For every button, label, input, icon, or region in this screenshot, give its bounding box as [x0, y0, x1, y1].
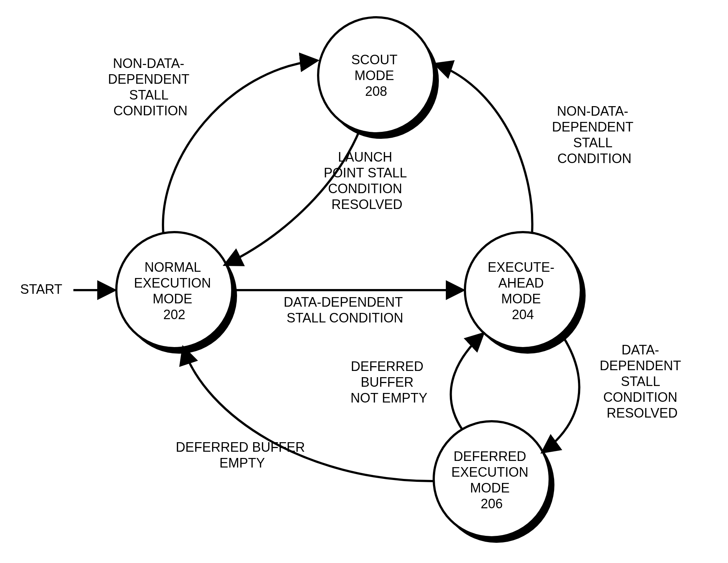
normal-mode-line2: EXECUTION [134, 275, 211, 290]
execute-to-deferred-l4: CONDITION [603, 390, 677, 405]
normal-to-scout-l4: CONDITION [113, 103, 188, 118]
deferred-to-execute-l1: DEFERRED [351, 359, 423, 374]
deferred-to-execute-l2: BUFFER [361, 375, 414, 390]
deferred-mode-line2: EXECUTION [451, 465, 528, 480]
svg-text:DEFERRED BUFFER
      EMPTY: DEFERRED BUFFER EMPTY [176, 440, 309, 470]
edge-normal-to-scout: NON-DATA- DEPENDENT STALL CONDITION [108, 56, 316, 234]
execute-mode-line4: 204 [512, 307, 534, 322]
svg-text:DATA-DEPENDENT
      STALL CON: DATA-DEPENDENT STALL CONDITION [284, 295, 406, 325]
scout-to-normal-l3: CONDITION [328, 181, 402, 196]
execute-to-deferred-l5: RESOLVED [607, 405, 677, 421]
execute-to-scout-l1: NON-DATA- [557, 104, 629, 119]
svg-text:NON-DATA-
      DEPENDENT
    : NON-DATA- DEPENDENT STALL CONDITION [108, 56, 193, 118]
normal-mode-line1: NORMAL [145, 260, 201, 275]
edge-execute-to-scout: NON-DATA- DEPENDENT STALL CONDITION [436, 64, 637, 233]
execute-to-scout-l2: DEPENDENT [552, 119, 633, 134]
svg-text:DEFERRED
      BUFFER
      NO: DEFERRED BUFFER NOT EMPTY [350, 359, 427, 405]
svg-text:LAUNCH
      POINT STALL
     : LAUNCH POINT STALL CONDITION RESOLVED [324, 149, 410, 212]
normal-to-execute-l1: DATA-DEPENDENT [284, 295, 403, 310]
deferred-to-execute-l3: NOT EMPTY [350, 390, 427, 405]
edge-normal-to-execute: DATA-DEPENDENT STALL CONDITION [233, 290, 462, 325]
edge-deferred-to-execute: DEFERRED BUFFER NOT EMPTY [350, 334, 483, 430]
execute-to-scout-l3: STALL [573, 135, 612, 150]
normal-mode-line4: 202 [163, 307, 185, 322]
deferred-mode-line3: MODE [470, 480, 510, 495]
scout-to-normal-l1: LAUNCH [338, 149, 392, 165]
start-label: START [20, 282, 62, 297]
scout-to-normal-l4: RESOLVED [331, 197, 402, 212]
execute-to-scout-l4: CONDITION [557, 151, 631, 166]
start-edge: START [20, 282, 114, 297]
execute-mode-line2: AHEAD [498, 275, 544, 290]
normal-to-scout-l2: DEPENDENT [108, 72, 189, 87]
normal-to-scout-l3: STALL [129, 87, 168, 102]
edge-execute-to-deferred: DATA- DEPENDENT STALL CONDITION RESOLVED [543, 334, 685, 452]
scout-mode-line1: SCOUT [351, 52, 397, 67]
svg-text:NON-DATA-
      DEPENDENT
    : NON-DATA- DEPENDENT STALL CONDITION [552, 104, 637, 166]
svg-text:DATA-
      DEPENDENT
      ST: DATA- DEPENDENT STALL CONDITION RESOLVED [600, 342, 684, 421]
deferred-to-normal-l2: EMPTY [219, 455, 265, 470]
execute-mode-line1: EXECUTE- [488, 260, 554, 275]
deferred-to-normal-l1: DEFERRED BUFFER [176, 440, 305, 455]
normal-to-execute-l2: STALL CONDITION [287, 310, 403, 325]
scout-mode-node: SCOUT MODE 208 [318, 17, 439, 139]
state-diagram: SCOUT MODE 208 NORMAL EXECUTION MODE 202… [0, 0, 728, 563]
deferred-execution-mode-node: DEFERRED EXECUTION MODE 206 [434, 421, 554, 543]
scout-mode-line2: MODE [354, 68, 394, 83]
execute-ahead-mode-node: EXECUTE- AHEAD MODE 204 [465, 232, 586, 354]
scout-to-normal-l2: POINT STALL [324, 165, 407, 180]
execute-mode-line3: MODE [501, 291, 541, 306]
execute-to-deferred-l2: DEPENDENT [600, 358, 681, 373]
deferred-mode-line4: 206 [481, 496, 503, 511]
execute-to-deferred-l3: STALL [621, 374, 660, 389]
edge-scout-to-normal: LAUNCH POINT STALL CONDITION RESOLVED [226, 130, 410, 264]
normal-to-scout-l1: NON-DATA- [113, 56, 185, 71]
execute-to-deferred-l1: DATA- [622, 342, 659, 357]
normal-mode-line3: MODE [153, 291, 192, 306]
deferred-mode-line1: DEFERRED [454, 449, 526, 464]
scout-mode-line3: 208 [365, 84, 387, 99]
normal-execution-mode-node: NORMAL EXECUTION MODE 202 [116, 232, 237, 354]
